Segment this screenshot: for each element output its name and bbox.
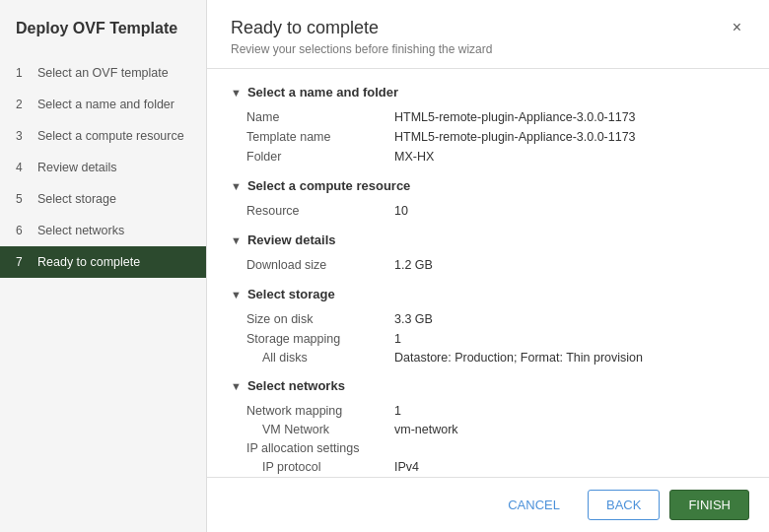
row-size-on-disk: Size on disk 3.3 GB (246, 309, 745, 329)
sidebar-item-label-4: Review details (37, 161, 117, 174)
step-num-3: 3 (16, 129, 30, 143)
sidebar-item-2[interactable]: 2 Select a name and folder (0, 89, 206, 120)
close-button[interactable]: × (729, 18, 745, 37)
cancel-button[interactable]: CANCEL (490, 491, 578, 519)
main-panel: Ready to complete Review your selections… (207, 0, 769, 532)
footer: CANCEL BACK FINISH (207, 477, 769, 532)
main-header: Ready to complete Review your selections… (207, 0, 769, 69)
section-review-header: ▼ Review details (231, 233, 745, 247)
sidebar-item-label-3: Select a compute resource (37, 129, 184, 143)
section-networks: ▼ Select networks Network mapping 1 VM N… (231, 378, 745, 477)
sidebar-item-label-6: Select networks (37, 224, 124, 237)
sidebar-item-4[interactable]: 4 Review details (0, 152, 206, 183)
row-storage-mapping: Storage mapping 1 (246, 329, 745, 349)
finish-button[interactable]: FINISH (669, 490, 749, 520)
step-num-5: 5 (16, 192, 30, 206)
section-review: ▼ Review details Download size 1.2 GB (231, 233, 745, 275)
step-num-1: 1 (16, 66, 30, 80)
sidebar-item-label-1: Select an OVF template (37, 66, 169, 80)
section-name-folder-content: Name HTML5-remote-plugin-Appliance-3.0.0… (231, 107, 745, 166)
row-ip-protocol: IP protocol IPv4 (246, 458, 745, 476)
page-subtitle: Review your selections before finishing … (231, 42, 492, 56)
row-download-size: Download size 1.2 GB (246, 255, 745, 275)
section-name-folder-header: ▼ Select a name and folder (231, 85, 745, 100)
sidebar-item-label-7: Ready to complete (37, 255, 140, 269)
section-storage-content: Size on disk 3.3 GB Storage mapping 1 Al… (231, 309, 745, 366)
row-folder: Folder MX-HX (246, 147, 745, 166)
step-num-4: 4 (16, 161, 30, 174)
section-name-folder: ▼ Select a name and folder Name HTML5-re… (231, 85, 745, 166)
page-title: Ready to complete (231, 18, 492, 38)
chevron-icon-name-folder: ▼ (231, 87, 242, 99)
row-vm-network: VM Network vm-network (246, 421, 745, 438)
sidebar-item-3[interactable]: 3 Select a compute resource (0, 120, 206, 152)
deploy-ovf-dialog: Deploy OVF Template 1 Select an OVF temp… (0, 0, 769, 532)
sidebar-item-7[interactable]: 7 Ready to complete (0, 246, 206, 278)
row-ip-allocation-settings: IP allocation settings (246, 438, 745, 458)
step-num-2: 2 (16, 98, 30, 111)
section-compute-header: ▼ Select a compute resource (231, 178, 745, 193)
row-template-name: Template name HTML5-remote-plugin-Applia… (246, 127, 745, 147)
sidebar-item-label-2: Select a name and folder (37, 98, 175, 111)
section-compute: ▼ Select a compute resource Resource 10 (231, 178, 745, 221)
section-networks-header: ▼ Select networks (231, 378, 745, 393)
main-body: ▼ Select a name and folder Name HTML5-re… (207, 69, 769, 477)
row-network-mapping: Network mapping 1 (246, 401, 745, 421)
section-storage: ▼ Select storage Size on disk 3.3 GB Sto… (231, 287, 745, 366)
sidebar-item-label-5: Select storage (37, 192, 116, 206)
sidebar-item-1[interactable]: 1 Select an OVF template (0, 57, 206, 89)
section-networks-content: Network mapping 1 VM Network vm-network … (231, 401, 745, 477)
section-compute-content: Resource 10 (231, 201, 745, 221)
step-num-7: 7 (16, 255, 30, 269)
chevron-icon-networks: ▼ (231, 380, 242, 392)
row-name: Name HTML5-remote-plugin-Appliance-3.0.0… (246, 107, 745, 127)
chevron-icon-compute: ▼ (231, 180, 242, 192)
step-num-6: 6 (16, 224, 30, 237)
sidebar: Deploy OVF Template 1 Select an OVF temp… (0, 0, 207, 532)
section-review-content: Download size 1.2 GB (231, 255, 745, 275)
header-text: Ready to complete Review your selections… (231, 18, 492, 56)
sidebar-item-5[interactable]: 5 Select storage (0, 183, 206, 215)
chevron-icon-review: ▼ (231, 234, 242, 246)
chevron-icon-storage: ▼ (231, 289, 242, 300)
back-button[interactable]: BACK (588, 490, 660, 520)
row-all-disks: All disks Datastore: Production; Format:… (246, 349, 745, 366)
sidebar-item-6[interactable]: 6 Select networks (0, 215, 206, 246)
section-storage-header: ▼ Select storage (231, 287, 745, 301)
sidebar-title: Deploy OVF Template (0, 20, 206, 57)
row-resource: Resource 10 (246, 201, 745, 221)
